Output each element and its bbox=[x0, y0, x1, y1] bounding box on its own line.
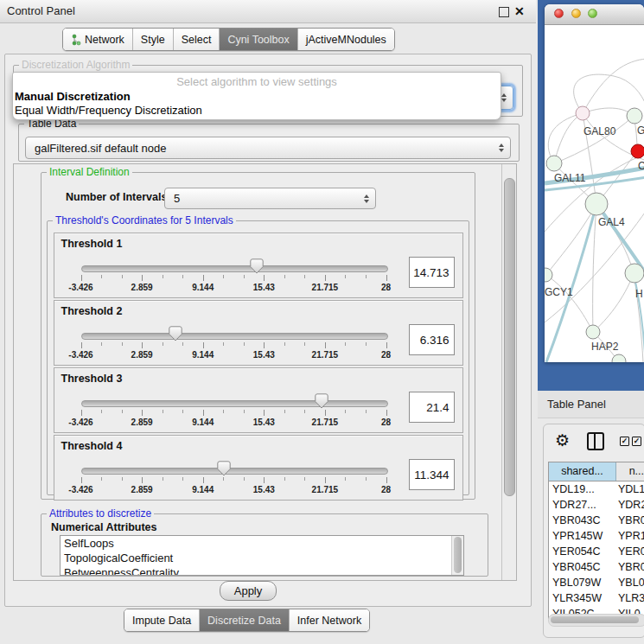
slider-thumb-icon[interactable] bbox=[250, 258, 264, 274]
network-node[interactable] bbox=[545, 268, 552, 282]
column-header-name[interactable]: n... bbox=[616, 462, 644, 481]
threshold-slider[interactable]: -3.4262.8599.14415.4321.71528 bbox=[81, 301, 386, 365]
cell-shared-name[interactable]: YPR145W bbox=[549, 528, 615, 544]
network-edge-highlighted[interactable] bbox=[546, 204, 596, 362]
table-row[interactable]: YDR27...YDR2... bbox=[549, 497, 644, 513]
split-table-icon[interactable] bbox=[587, 432, 604, 450]
network-node[interactable] bbox=[546, 156, 562, 171]
zoom-traffic-light-icon[interactable] bbox=[588, 9, 597, 18]
dropdown-item-manual-discretization[interactable]: Manual Discretization bbox=[15, 90, 131, 103]
scrollbar-thumb[interactable] bbox=[504, 178, 515, 496]
network-canvas[interactable]: GAL80GACGAL11GAL4GCY1HHAP2 bbox=[545, 24, 644, 362]
threshold-slider[interactable]: -3.4262.8599.14415.4321.71528 bbox=[81, 233, 386, 297]
tab-style[interactable]: Style bbox=[132, 29, 173, 50]
cell-name[interactable]: YDL1... bbox=[615, 481, 644, 497]
threshold-slider[interactable]: -3.4262.8599.14415.4321.71528 bbox=[81, 436, 386, 500]
tab-cyni-toolbox[interactable]: Cyni Toolbox bbox=[219, 29, 296, 50]
attribute-list-item[interactable]: BetweennessCentrality bbox=[61, 565, 463, 576]
threshold-value-box[interactable]: 11.344 bbox=[409, 459, 455, 490]
slider-thumb-icon[interactable] bbox=[217, 461, 231, 476]
dropdown-item-equal-width-frequency[interactable]: Equal Width/Frequency Discretization bbox=[15, 104, 202, 117]
cell-name[interactable]: YBR0... bbox=[615, 559, 644, 575]
close-icon[interactable]: ✕ bbox=[514, 3, 525, 20]
network-node[interactable] bbox=[576, 106, 590, 120]
network-edge[interactable] bbox=[583, 108, 634, 116]
slider-thumb-icon[interactable] bbox=[315, 393, 328, 409]
attribute-list-item[interactable]: TopologicalCoefficient bbox=[61, 551, 463, 565]
tick-label: 9.144 bbox=[192, 485, 214, 494]
horizontal-scrollbar[interactable] bbox=[548, 614, 644, 627]
tick-mark bbox=[366, 410, 367, 413]
cell-name[interactable]: YDR2... bbox=[615, 497, 644, 513]
table-row[interactable]: YDL19...YDL1... bbox=[549, 481, 644, 497]
cell-shared-name[interactable]: YBL079W bbox=[549, 575, 615, 590]
threshold-value-box[interactable]: 6.316 bbox=[409, 324, 455, 355]
network-node[interactable] bbox=[625, 264, 644, 283]
cell-name[interactable]: YLR3... bbox=[615, 590, 644, 606]
slider-track[interactable] bbox=[81, 265, 388, 272]
tick-mark bbox=[264, 477, 265, 483]
checkbox-icon[interactable]: ✓ bbox=[620, 437, 629, 446]
apply-button[interactable]: Apply bbox=[220, 581, 277, 601]
network-edge[interactable] bbox=[546, 275, 593, 332]
attribute-list-item[interactable]: SelfLoops bbox=[61, 536, 463, 551]
cell-shared-name[interactable]: YDL19... bbox=[549, 481, 615, 497]
cell-shared-name[interactable]: YBR043C bbox=[549, 513, 615, 528]
table-row[interactable]: YBL079WYBL0... bbox=[549, 575, 644, 590]
threshold-slider[interactable]: -3.4262.8599.14415.4321.71528 bbox=[81, 368, 386, 432]
cell-shared-name[interactable]: YER054C bbox=[549, 544, 615, 559]
tab-discretize-data[interactable]: Discretize Data bbox=[199, 609, 289, 631]
network-window-titlebar[interactable] bbox=[545, 4, 644, 25]
close-traffic-light-icon[interactable] bbox=[554, 9, 564, 18]
network-edge[interactable] bbox=[546, 204, 596, 275]
slider-track[interactable] bbox=[81, 468, 388, 475]
network-edge[interactable] bbox=[583, 59, 644, 113]
threshold-value-box[interactable]: 14.713 bbox=[409, 257, 455, 288]
network-node[interactable] bbox=[586, 325, 600, 339]
tab-jactivemnodules[interactable]: jActiveMNodules bbox=[297, 29, 394, 50]
network-edge[interactable] bbox=[614, 76, 644, 106]
cell-name[interactable]: YBL0... bbox=[615, 575, 644, 590]
threshold-value-box[interactable]: 21.4 bbox=[409, 392, 455, 423]
network-edge[interactable] bbox=[593, 204, 596, 332]
table-row[interactable]: YLR345WYLR3... bbox=[549, 590, 644, 606]
column-header-shared-name[interactable]: shared... bbox=[549, 462, 616, 481]
tab-impute-data[interactable]: Impute Data bbox=[124, 609, 199, 631]
network-edge[interactable] bbox=[554, 116, 634, 163]
table-data-combobox[interactable]: galFiltered.sif default node bbox=[25, 137, 511, 159]
number-of-intervals-combobox[interactable]: 5 bbox=[164, 188, 376, 209]
float-window-icon[interactable] bbox=[499, 7, 509, 17]
cell-name[interactable]: YBR0... bbox=[615, 513, 644, 528]
cell-shared-name[interactable]: YBR045C bbox=[549, 559, 615, 575]
gear-icon[interactable]: ⚙ bbox=[555, 430, 570, 452]
tick-mark bbox=[182, 477, 183, 481]
tab-select[interactable]: Select bbox=[173, 29, 220, 50]
tab-infer-network[interactable]: Infer Network bbox=[289, 609, 369, 631]
numerical-attributes-list[interactable]: SelfLoopsTopologicalCoefficientBetweenne… bbox=[60, 535, 464, 576]
list-scrollbar[interactable] bbox=[451, 536, 463, 575]
node-table[interactable]: shared... n... YDL19...YDL1...YDR27...YD… bbox=[548, 462, 644, 619]
cell-name[interactable]: YPR1... bbox=[615, 528, 644, 544]
vertical-scrollbar[interactable] bbox=[501, 164, 516, 580]
network-node[interactable] bbox=[585, 193, 608, 215]
node-label: H bbox=[635, 288, 643, 300]
network-edge[interactable] bbox=[593, 273, 634, 332]
network-edge[interactable] bbox=[554, 113, 583, 163]
table-row[interactable]: YPR145WYPR1... bbox=[549, 528, 644, 544]
cell-name[interactable]: YER0... bbox=[615, 544, 644, 559]
table-row[interactable]: YBR045CYBR0... bbox=[549, 559, 644, 575]
minimize-traffic-light-icon[interactable] bbox=[571, 9, 581, 18]
tick-label: 9.144 bbox=[192, 283, 214, 292]
network-node[interactable] bbox=[631, 144, 644, 158]
slider-track[interactable] bbox=[81, 400, 388, 407]
slider-track[interactable] bbox=[81, 333, 388, 340]
scrollbar-thumb[interactable] bbox=[551, 616, 639, 623]
cell-shared-name[interactable]: YLR345W bbox=[549, 590, 615, 606]
network-node[interactable] bbox=[627, 108, 642, 124]
cell-shared-name[interactable]: YDR27... bbox=[549, 497, 615, 513]
table-row[interactable]: YER054CYER0... bbox=[549, 544, 644, 559]
tab-network[interactable]: Network bbox=[63, 29, 132, 50]
checkbox-icon[interactable]: ✓ bbox=[632, 437, 641, 446]
slider-thumb-icon[interactable] bbox=[169, 326, 182, 341]
table-row[interactable]: YBR043CYBR0... bbox=[549, 513, 644, 528]
